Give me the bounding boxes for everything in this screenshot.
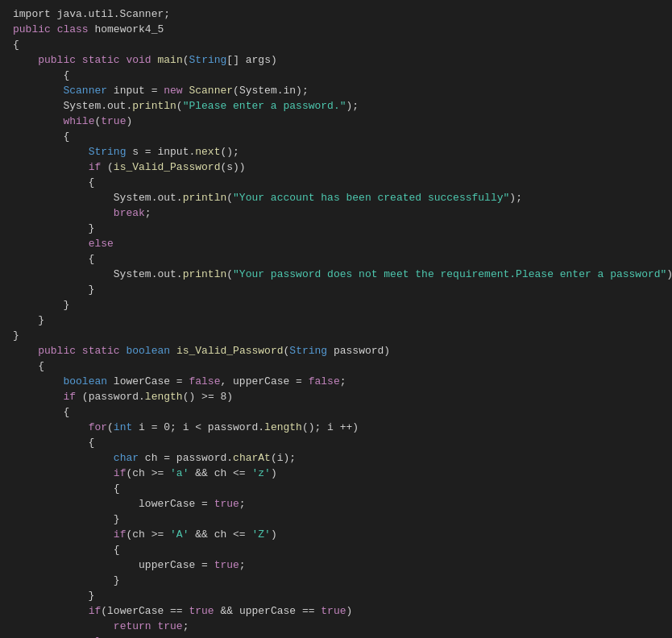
code-token-plain [76,54,82,66]
code-token-kw: false [189,375,220,387]
code-token-plain [13,115,63,127]
code-token-plain: ); [666,268,672,280]
code-token-kw: if [63,391,76,403]
code-token-plain [13,85,63,97]
code-token-plain: input = [107,85,164,97]
code-token-fn: println [132,100,176,112]
code-token-plain: { [13,483,120,495]
code-token-kw2: char [114,452,139,464]
code-line: public class homework4_5 [0,22,672,37]
code-token-plain: import java.util.Scanner; [13,8,170,20]
code-token-plain: } [13,314,44,326]
code-token-kw: true [321,605,346,617]
code-token-plain: i = 0; i < password. [132,421,264,433]
code-line: break; [0,205,672,221]
code-token-plain [13,528,114,541]
code-token-str: "Your account has been created successfu… [233,192,509,204]
code-token-plain: { [13,69,69,81]
code-token-plain [13,421,89,433]
code-token-plain: ); [346,100,359,112]
code-line: while(true) [0,114,672,129]
code-line: Scanner input = new Scanner(System.in); [0,83,672,98]
code-line: boolean lowerCase = false, upperCase = f… [0,374,672,389]
code-token-fn: length [145,391,183,403]
code-token-plain: ; [183,620,189,632]
code-token-plain: } [13,222,94,234]
code-token-kw: return [114,620,151,632]
code-token-plain: ( [226,192,233,204]
code-token-plain: ; [145,207,151,219]
code-token-plain: (); [220,146,239,158]
code-token-plain: { [13,360,44,372]
code-editor: import java.util.Scanner;public class ho… [0,0,672,638]
code-token-kw2: String [89,146,127,158]
code-token-plain: { [13,406,69,418]
code-token-plain: (ch >= [126,467,170,479]
code-token-plain: { [13,176,94,188]
code-line: for(int i = 0; i < password.length(); i … [0,420,672,435]
code-token-plain [76,345,82,357]
code-token-plain: ); [509,192,522,204]
code-token-plain: && ch <= [189,467,251,479]
code-token-plain: { [13,544,120,556]
code-token-plain: ( [101,161,114,173]
code-token-plain: password) [327,345,390,357]
code-token-plain [13,146,89,158]
code-token-plain: ) [126,115,132,127]
code-line: lowerCase = true; [0,496,672,512]
code-token-kw: for [89,421,107,433]
code-token-str: 'z' [251,467,270,479]
code-token-plain: System.out. [13,268,183,280]
code-line: { [0,404,672,420]
code-line: public static boolean is_Valid_Password(… [0,343,672,358]
code-token-kw: true [157,620,182,632]
code-line: else [0,634,672,638]
code-line: { [0,175,672,190]
code-token-kw: false [309,375,340,387]
code-token-plain: (password. [76,391,145,403]
code-token-plain: ; [340,375,346,387]
code-token-plain: [] args) [226,54,276,66]
code-token-plain: , upperCase = [220,375,308,387]
code-token-plain: } [13,574,120,586]
code-token-plain [151,54,158,66]
code-line: char ch = password.charAt(i); [0,450,672,466]
code-token-plain: ( [226,268,233,280]
code-line: return true; [0,619,672,634]
code-line: { [0,358,672,374]
code-token-plain [13,238,89,250]
code-token-fn: is_Valid_Password [114,161,221,173]
code-token-fn: length [264,421,302,433]
code-line: } [0,328,672,343]
code-line: { [0,68,672,83]
code-line: } [0,588,672,603]
code-token-plain: } [13,513,120,525]
code-line: if(lowerCase == true && upperCase == tru… [0,603,672,619]
code-token-plain: (s)) [220,161,245,173]
code-token-plain: ( [176,100,183,112]
code-line: if (is_Valid_Password(s)) [0,160,672,175]
code-token-kw2: boolean [63,375,107,387]
code-token-plain: } [13,590,94,602]
code-line: } [0,573,672,588]
code-token-plain: System.out. [13,192,183,204]
code-line: public static void main(String[] args) [0,52,672,68]
code-token-plain: lowerCase = [107,375,189,387]
code-token-plain: { [13,130,69,143]
code-token-plain: ) [271,528,277,541]
code-token-str: 'Z' [251,528,270,541]
code-token-str: "Please enter a password." [183,100,346,112]
code-token-plain: lowerCase = [13,498,214,510]
code-line: else [0,236,672,251]
code-line: upperCase = true; [0,557,672,573]
code-token-plain: (i); [271,452,296,464]
code-line: } [0,313,672,328]
code-token-kw: new [164,85,182,97]
code-token-kw: if [89,605,102,617]
code-token-plain [13,375,63,387]
code-token-plain [13,467,114,479]
code-token-plain: { [13,253,94,265]
code-line: } [0,282,672,297]
code-token-plain [13,345,38,357]
code-token-fn: Scanner [189,85,233,97]
